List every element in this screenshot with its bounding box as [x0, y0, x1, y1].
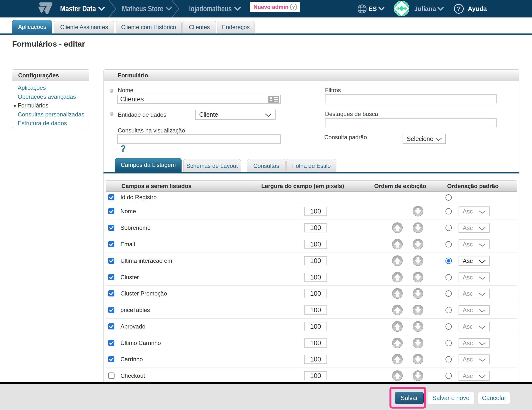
svg-text:?: ? [292, 5, 295, 10]
svg-text:?: ? [457, 5, 461, 12]
